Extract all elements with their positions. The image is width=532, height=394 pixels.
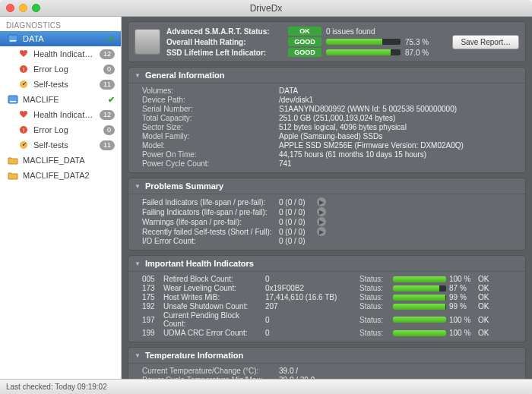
indicator-ok: OK (478, 316, 493, 324)
overall-health-bar (326, 39, 401, 45)
arrow-right-icon[interactable]: ▶ (317, 207, 326, 216)
sidebar-drive-1[interactable]: MACLIFE✔ (0, 92, 121, 107)
temp-key: Current Temperature/Change (°C): (142, 367, 279, 375)
sidebar-item-label: MACLIFE_DATA (23, 155, 115, 165)
status-label: Status: (359, 284, 390, 292)
indicator-name: Wear Leveling Count: (163, 284, 262, 292)
info-value: DATA (279, 87, 519, 95)
status-label: Status: (359, 316, 390, 324)
disclosure-icon: ▼ (135, 183, 141, 190)
arrow-right-icon[interactable]: ▶ (317, 197, 326, 206)
sidebar-item-label: Error Log (33, 64, 99, 74)
disclosure-icon: ▼ (135, 72, 141, 79)
count-badge: 11 (100, 80, 115, 90)
info-value: S1AANYND800992 (WWN Id: 5 002538 5000000… (279, 105, 519, 113)
sidebar-drive-2[interactable]: MACLIFE_DATA (0, 153, 121, 168)
count-badge: 12 (100, 49, 115, 59)
sidebar-subitem-0-0[interactable]: Health Indicators12 (0, 46, 121, 61)
info-key: Volumes: (142, 87, 279, 95)
drive-icon (135, 29, 160, 55)
save-report-button[interactable]: Save Report… (452, 35, 519, 49)
count-badge: 0 (103, 125, 115, 135)
sidebar-item-label: Self-tests (33, 79, 95, 90)
problem-value: 0 (0 / 0) (279, 228, 317, 236)
indicator-value: 207 (265, 302, 356, 310)
sidebar-drive-0[interactable]: DATA✔ (0, 31, 121, 46)
folder-icon (8, 170, 18, 181)
gauge-icon (18, 140, 29, 150)
sidebar-subitem-1-0[interactable]: Health Indicators12 (0, 107, 121, 122)
info-key: Power On Time: (142, 150, 279, 159)
lifetime-pct: 87.0 % (405, 49, 432, 57)
indicator-value: 0 (265, 316, 356, 324)
app-window: DriveDx DIAGNOSTICS DATA✔Health Indicato… (0, 0, 532, 394)
lifetime-status: GOOD (288, 48, 321, 57)
info-key: Model: (142, 141, 279, 150)
general-info-header[interactable]: ▼ General Information (128, 68, 525, 84)
svg-point-5 (23, 84, 24, 85)
info-key: Total Capacity: (142, 114, 279, 122)
count-badge: 0 (103, 65, 115, 74)
problem-key: Warnings (life-span / pre-fail): (142, 218, 279, 226)
info-value: 512 bytes logical, 4096 bytes physical (279, 123, 519, 131)
temperature-header[interactable]: ▼ Temperature Information (128, 348, 525, 364)
problem-key: Failing Indicators (life-span / pre-fail… (142, 208, 279, 216)
status-label: Status: (359, 293, 390, 301)
disk-icon (8, 94, 18, 105)
problems-summary-header[interactable]: ▼ Problems Summary (128, 178, 525, 194)
indicator-bar (393, 317, 446, 323)
overall-health-status: GOOD (288, 37, 321, 46)
temperature-panel: ▼ Temperature Information Current Temper… (128, 347, 526, 379)
info-value: 251.0 GB (251,000,193,024 bytes) (279, 114, 519, 122)
svg-text:!: ! (23, 66, 24, 73)
error-icon: ! (18, 125, 29, 135)
indicator-name: Host Writes MiB: (163, 293, 262, 301)
adv-smart-label: Advanced S.M.A.R.T. Status: (166, 27, 288, 36)
arrow-right-icon[interactable]: ▶ (317, 217, 326, 226)
count-badge: 11 (100, 140, 115, 150)
folder-icon (8, 155, 18, 165)
info-key: Power Cycle Count: (142, 159, 279, 168)
health-indicators-header[interactable]: ▼ Important Health Indicators (128, 256, 525, 272)
indicator-name: Unsafe Shutdown Count: (163, 302, 262, 310)
sidebar-subitem-0-2[interactable]: Self-tests11 (0, 77, 121, 92)
indicator-ok: OK (478, 284, 493, 292)
main-content: Advanced S.M.A.R.T. Status: OK 0 issues … (122, 17, 532, 379)
sidebar-subitem-0-1[interactable]: !Error Log0 (0, 61, 121, 77)
indicator-value: 17,414,610 (16.6 TB) (265, 293, 356, 301)
issues-found: 0 issues found (321, 27, 432, 36)
sidebar-drive-3[interactable]: MACLIFE_DATA2 (0, 168, 121, 183)
svg-rect-1 (10, 40, 16, 42)
indicator-name: Retired Block Count: (163, 275, 262, 283)
heart-icon (18, 49, 29, 59)
last-checked-label: Last checked: Today 09:19:02 (6, 383, 107, 391)
status-ok-icon: ✔ (108, 33, 115, 44)
problem-key: Recently failed Self-tests (Short / Full… (142, 228, 279, 236)
sidebar-item-label: MACLIFE_DATA2 (23, 170, 115, 181)
indicator-bar (393, 304, 446, 310)
temp-value: 39.0 / (279, 367, 519, 375)
svg-point-11 (23, 144, 24, 146)
indicator-value: 0 (265, 275, 356, 283)
sidebar-subitem-1-1[interactable]: !Error Log0 (0, 122, 121, 137)
sidebar: DIAGNOSTICS DATA✔Health Indicators12!Err… (0, 17, 122, 379)
sidebar-subitem-1-2[interactable]: Self-tests11 (0, 137, 121, 153)
health-indicators-panel: ▼ Important Health Indicators 005Retired… (128, 255, 526, 342)
indicator-id: 192 (142, 302, 160, 310)
general-info-panel: ▼ General Information Volumes:DATADevice… (128, 67, 526, 173)
window-title: DriveDx (0, 3, 532, 14)
problem-value: 0 (0 / 0) (279, 208, 317, 216)
indicator-id: 005 (142, 275, 160, 283)
indicator-pct: 99 % (449, 302, 475, 310)
status-label: Status: (359, 329, 390, 337)
indicator-name: Current Pending Block Count: (163, 311, 262, 328)
drive-summary-panel: Advanced S.M.A.R.T. Status: OK 0 issues … (128, 21, 526, 62)
indicator-bar (393, 295, 446, 301)
error-icon: ! (18, 64, 29, 74)
info-value: 44,175 hours (61 months 10 days 15 hours… (279, 150, 519, 159)
arrow-right-icon[interactable]: ▶ (317, 227, 326, 236)
problem-value: 0 (0 / 0) (279, 218, 317, 226)
indicator-id: 199 (142, 329, 160, 337)
problems-summary-title: Problems Summary (145, 181, 223, 191)
status-label: Status: (359, 302, 390, 310)
